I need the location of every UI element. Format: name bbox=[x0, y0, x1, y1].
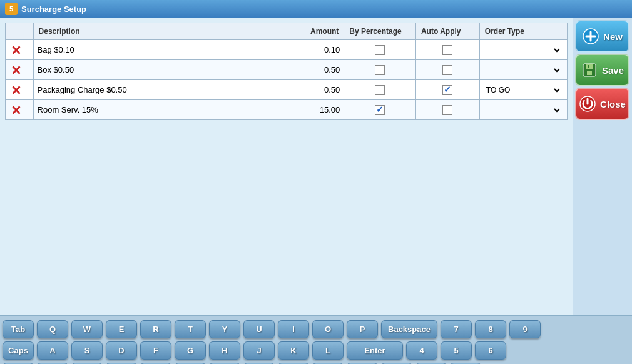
table-row: Box $0.500.50TO GO bbox=[6, 60, 568, 80]
x-icon bbox=[10, 44, 23, 56]
table-body: Bag $0.100.10TO GOBox $0.500.50TO GOPack… bbox=[6, 40, 568, 120]
by-percentage-cell bbox=[344, 80, 416, 100]
key-t[interactable]: T bbox=[175, 320, 206, 338]
auto-apply-checkbox[interactable] bbox=[442, 45, 452, 55]
key-a[interactable]: A bbox=[37, 341, 68, 360]
amount-cell: 0.50 bbox=[248, 80, 344, 100]
auto-apply-cell bbox=[415, 100, 479, 120]
delete-cell bbox=[6, 60, 34, 80]
order-type-select[interactable]: TO GO bbox=[484, 65, 562, 75]
key-g[interactable]: G bbox=[175, 341, 206, 360]
col-header-description: Description bbox=[33, 23, 248, 40]
new-icon bbox=[582, 28, 599, 45]
new-button[interactable]: New bbox=[575, 20, 629, 53]
app-title: Surcharge Setup bbox=[21, 4, 86, 14]
col-header-order-type: Order Type bbox=[479, 23, 567, 40]
delete-cell bbox=[6, 80, 34, 100]
key-tab[interactable]: Tab bbox=[3, 320, 34, 338]
key-9[interactable]: 9 bbox=[509, 320, 541, 338]
col-header-auto-apply: Auto Apply bbox=[415, 23, 479, 40]
table-area: Description Amount By Percentage Auto Ap… bbox=[0, 18, 573, 315]
delete-row-button[interactable] bbox=[9, 83, 23, 97]
order-type-select[interactable]: TO GO bbox=[484, 105, 562, 115]
by-percentage-cell bbox=[344, 40, 416, 60]
auto-apply-cell bbox=[415, 60, 479, 80]
title-bar: 5 Surcharge Setup bbox=[0, 0, 632, 18]
key-o[interactable]: O bbox=[312, 320, 344, 338]
description-cell: Packaging Charge $0.50 bbox=[33, 80, 248, 100]
key-4[interactable]: 4 bbox=[406, 341, 437, 360]
amount-cell: 0.10 bbox=[248, 40, 344, 60]
order-type-select[interactable]: TO GO bbox=[484, 85, 562, 95]
svg-rect-6 bbox=[588, 65, 589, 68]
key-enter[interactable]: Enter bbox=[347, 341, 403, 360]
col-header-delete bbox=[6, 23, 34, 40]
description-cell: Bag $0.10 bbox=[33, 40, 248, 60]
keyboard-row-1: TabQWERTYUIOPBackspace789 bbox=[3, 320, 629, 338]
key-8[interactable]: 8 bbox=[475, 320, 506, 338]
key-i[interactable]: I bbox=[278, 320, 309, 338]
delete-cell bbox=[6, 40, 34, 60]
x-icon bbox=[10, 104, 23, 116]
amount-cell: 15.00 bbox=[248, 100, 344, 120]
key-7[interactable]: 7 bbox=[441, 320, 472, 338]
close-button[interactable]: Close bbox=[575, 88, 629, 120]
keyboard-row-2: CapsASDFGHJKLEnter456 bbox=[3, 341, 629, 360]
key-l[interactable]: L bbox=[312, 341, 344, 360]
key-f[interactable]: F bbox=[140, 341, 171, 360]
auto-apply-cell bbox=[415, 80, 479, 100]
save-button[interactable]: Save bbox=[575, 54, 629, 86]
by-percentage-checkbox[interactable] bbox=[375, 105, 385, 115]
order-type-cell: TO GO bbox=[479, 40, 567, 60]
col-header-amount: Amount bbox=[248, 23, 344, 40]
table-row: Packaging Charge $0.500.50TO GO bbox=[6, 80, 568, 100]
description-cell: Box $0.50 bbox=[33, 60, 248, 80]
key-w[interactable]: W bbox=[71, 320, 103, 338]
key-s[interactable]: S bbox=[71, 341, 103, 360]
close-icon bbox=[579, 95, 596, 113]
key-p[interactable]: P bbox=[347, 320, 378, 338]
key-q[interactable]: Q bbox=[37, 320, 68, 338]
new-label: New bbox=[603, 31, 623, 42]
key-r[interactable]: R bbox=[140, 320, 171, 338]
key-d[interactable]: D bbox=[106, 341, 137, 360]
key-6[interactable]: 6 bbox=[475, 341, 506, 360]
auto-apply-checkbox[interactable] bbox=[442, 105, 452, 115]
table-header-row: Description Amount By Percentage Auto Ap… bbox=[6, 23, 568, 40]
save-icon bbox=[581, 61, 598, 79]
key-j[interactable]: J bbox=[243, 341, 275, 360]
by-percentage-checkbox[interactable] bbox=[375, 45, 385, 55]
auto-apply-checkbox[interactable] bbox=[442, 65, 452, 75]
delete-cell bbox=[6, 100, 34, 120]
by-percentage-cell bbox=[344, 60, 416, 80]
delete-row-button[interactable] bbox=[9, 43, 23, 57]
key-caps[interactable]: Caps bbox=[3, 341, 34, 360]
surcharge-table: Description Amount By Percentage Auto Ap… bbox=[5, 23, 568, 120]
delete-row-button[interactable] bbox=[9, 63, 23, 77]
table-row: Room Serv. 15%15.00TO GO bbox=[6, 100, 568, 120]
key-5[interactable]: 5 bbox=[441, 341, 472, 360]
order-type-cell: TO GO bbox=[479, 80, 567, 100]
key-h[interactable]: H bbox=[209, 341, 240, 360]
by-percentage-checkbox[interactable] bbox=[375, 65, 385, 75]
by-percentage-cell bbox=[344, 100, 416, 120]
sidebar-buttons: New Save Close bbox=[573, 18, 632, 315]
save-label: Save bbox=[602, 65, 624, 76]
auto-apply-cell bbox=[415, 40, 479, 60]
x-icon bbox=[10, 84, 23, 96]
key-backspace[interactable]: Backspace bbox=[381, 320, 437, 338]
close-label: Close bbox=[600, 99, 626, 109]
col-header-by-percentage: By Percentage bbox=[344, 23, 416, 40]
keyboard-area: TabQWERTYUIOPBackspace789 CapsASDFGHJKLE… bbox=[0, 315, 632, 364]
by-percentage-checkbox[interactable] bbox=[375, 85, 385, 95]
description-cell: Room Serv. 15% bbox=[33, 100, 248, 120]
order-type-select[interactable]: TO GO bbox=[484, 45, 562, 55]
key-k[interactable]: K bbox=[278, 341, 309, 360]
order-type-cell: TO GO bbox=[479, 100, 567, 120]
x-icon bbox=[10, 64, 23, 76]
auto-apply-checkbox[interactable] bbox=[442, 85, 452, 95]
delete-row-button[interactable] bbox=[9, 103, 23, 117]
key-e[interactable]: E bbox=[106, 320, 137, 338]
key-y[interactable]: Y bbox=[209, 320, 240, 338]
key-u[interactable]: U bbox=[243, 320, 275, 338]
